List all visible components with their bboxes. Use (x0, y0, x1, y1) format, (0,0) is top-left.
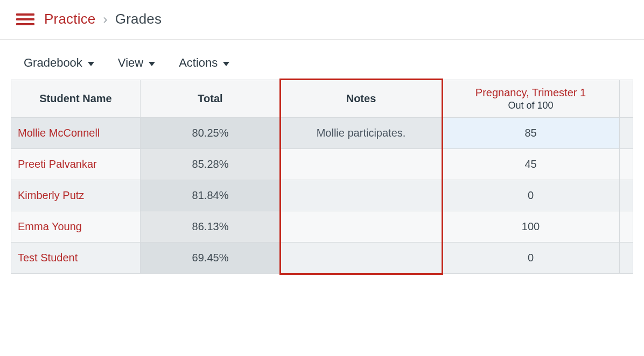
column-header-total[interactable]: Total (141, 80, 281, 118)
top-bar: Practice › Grades (0, 0, 644, 40)
grade-cell[interactable]: 45 (442, 149, 620, 180)
trailing-cell (620, 118, 633, 149)
student-name-cell[interactable]: Kimberly Putz (11, 180, 141, 211)
student-name-cell[interactable]: Emma Young (11, 211, 141, 243)
trailing-cell (620, 243, 633, 274)
notes-cell[interactable] (281, 211, 442, 243)
grade-cell[interactable]: 85 (442, 118, 620, 149)
student-name-cell[interactable]: Preeti Palvankar (11, 149, 141, 180)
view-dropdown-label: View (118, 56, 143, 70)
breadcrumb-link-practice[interactable]: Practice (44, 11, 96, 27)
assignment-title: Pregnancy, Trimester 1 (449, 86, 613, 99)
breadcrumb: Practice › Grades (44, 11, 162, 27)
grade-cell[interactable]: 0 (442, 243, 620, 274)
total-cell[interactable]: 86.13% (141, 211, 281, 243)
toolbar: Gradebook View Actions (0, 40, 644, 80)
student-name-cell[interactable]: Test Student (11, 243, 141, 274)
table-row: Test Student69.45%0 (11, 243, 633, 274)
total-cell[interactable]: 81.84% (141, 180, 281, 211)
table-row: Mollie McConnell80.25%Mollie participate… (11, 118, 633, 149)
hamburger-menu-icon[interactable] (16, 13, 34, 25)
trailing-cell (620, 211, 633, 243)
notes-cell[interactable] (281, 149, 442, 180)
total-cell[interactable]: 80.25% (141, 118, 281, 149)
grade-cell[interactable]: 100 (442, 211, 620, 243)
total-cell[interactable]: 69.45% (141, 243, 281, 274)
view-dropdown[interactable]: View (118, 56, 155, 70)
notes-cell[interactable]: Mollie participates. (281, 118, 442, 149)
column-header-notes[interactable]: Notes (281, 80, 442, 118)
caret-down-icon (223, 62, 229, 66)
caret-down-icon (88, 62, 94, 66)
column-header-trailing (620, 80, 633, 118)
column-header-assignment[interactable]: Pregnancy, Trimester 1 Out of 100 (442, 80, 620, 118)
table-row: Kimberly Putz81.84%0 (11, 180, 633, 211)
breadcrumb-current: Grades (115, 11, 162, 27)
gradebook-dropdown-label: Gradebook (24, 56, 82, 70)
column-header-student-name[interactable]: Student Name (11, 80, 141, 118)
actions-dropdown[interactable]: Actions (179, 56, 229, 70)
caret-down-icon (149, 62, 155, 66)
breadcrumb-separator-icon: › (103, 12, 108, 27)
notes-cell[interactable] (281, 243, 442, 274)
trailing-cell (620, 149, 633, 180)
grade-cell[interactable]: 0 (442, 180, 620, 211)
trailing-cell (620, 180, 633, 211)
notes-cell[interactable] (281, 180, 442, 211)
total-cell[interactable]: 85.28% (141, 149, 281, 180)
gradebook-grid: Student Name Total Notes Pregnancy, Trim… (11, 80, 633, 274)
actions-dropdown-label: Actions (179, 56, 218, 70)
table-row: Preeti Palvankar85.28%45 (11, 149, 633, 180)
assignment-subtitle: Out of 100 (449, 99, 613, 112)
student-name-cell[interactable]: Mollie McConnell (11, 118, 141, 149)
gradebook-dropdown[interactable]: Gradebook (24, 56, 94, 70)
table-row: Emma Young86.13%100 (11, 211, 633, 243)
